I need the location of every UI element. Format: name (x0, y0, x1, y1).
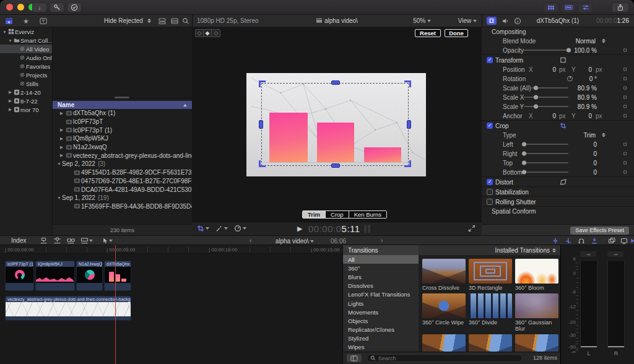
transform-corner-button[interactable] (196, 30, 204, 37)
disclosure-triangle-icon[interactable]: ▼ (56, 196, 62, 200)
done-button[interactable]: Done (445, 29, 468, 37)
clip-row-vecteezy-abstract-grey-plexus-dots-and-line[interactable]: ▶vecteezy_abstract-grey-plexus-dots-and-… (53, 151, 192, 160)
transition-item-360-divide[interactable]: 360° Divide (469, 293, 512, 332)
transitions-category-all[interactable]: All (343, 255, 419, 264)
photos-audio-browser-button[interactable] (620, 237, 628, 245)
overwrite-edit-button[interactable] (80, 237, 93, 245)
sidebar-item-audio-only[interactable]: Audio Only (0, 53, 52, 62)
transform-move-button[interactable] (204, 30, 212, 37)
crop-handle-top-left[interactable] (259, 80, 266, 87)
clip-row-n1a2jxwqq[interactable]: ▶N1a2JxwqQ (53, 143, 192, 152)
inspector-row-opacity[interactable]: Opacity100.0 % (482, 45, 634, 54)
viewer-view-dropdown[interactable]: View (458, 17, 477, 24)
tab-media-sidebar[interactable] (4, 17, 14, 25)
checkbox[interactable]: ✓ (487, 123, 493, 129)
inspector-row-scale-all[interactable]: Scale (All)80.9 % (482, 83, 634, 92)
audio-skimming-toggle[interactable] (565, 237, 572, 245)
column-header-name[interactable]: Name (53, 101, 192, 109)
transitions-category-stylized[interactable]: Stylized (343, 334, 419, 343)
sidebar-item-mor-70[interactable]: ▶mor 70 (0, 105, 52, 114)
filter-dropdown[interactable]: Hide Rejected (104, 17, 143, 24)
transition-item-360-gaussian-blur[interactable]: 360° Gaussian Blur (515, 293, 558, 332)
show-inspector-button[interactable] (578, 2, 593, 12)
transition-item-partial-7[interactable] (469, 334, 512, 352)
tab-titles-generators[interactable] (38, 17, 48, 25)
transitions-browser-button[interactable] (630, 237, 634, 245)
filter-stepper-icon[interactable] (147, 19, 151, 23)
clip-appearance-icon[interactable] (157, 17, 167, 25)
transition-item-360-bloom[interactable]: 360° Bloom (515, 259, 558, 291)
clip-row-lc0pf73pt-1[interactable]: ▶lc0PF73pT (1) (53, 126, 192, 134)
transition-item-partial-8[interactable] (515, 334, 558, 352)
transitions-category-lights[interactable]: Lights (343, 299, 419, 308)
play-button[interactable]: ▶ (297, 225, 302, 233)
transitions-category-360[interactable]: 360° (343, 264, 419, 272)
append-edit-button[interactable] (67, 237, 75, 245)
minimize-window-button[interactable] (17, 4, 24, 11)
clip-row-04757d69-27d6-48e1-b27e-27c0f98f1a4d[interactable]: 04757D69-27D6-48E1-B27E-27C0F98F1A4D (53, 177, 192, 186)
disclosure-triangle-icon[interactable]: ▶ (7, 90, 13, 95)
inspector-row-blend-mode[interactable]: Blend ModeNormal (482, 36, 634, 45)
previous-project-button[interactable]: ‹ (250, 237, 251, 244)
sidebar-item-stills[interactable]: Stills (0, 79, 52, 88)
playhead[interactable] (115, 245, 116, 364)
skimming-toggle[interactable] (552, 237, 559, 245)
checkbox[interactable]: ✓ (487, 179, 493, 185)
next-project-button[interactable]: › (381, 237, 383, 244)
sidebar-toggle-button[interactable] (347, 354, 362, 362)
inspector-row-crop[interactable]: ✓Crop (482, 120, 634, 130)
mode-button-ken-burns[interactable]: Ken Burns (349, 211, 386, 218)
rotation-dial[interactable] (567, 76, 573, 81)
crop-selection-rect[interactable] (261, 83, 409, 166)
disclosure-triangle-icon[interactable]: ▶ (59, 136, 64, 141)
transition-item-partial-6[interactable] (422, 334, 466, 352)
effects-browser-button[interactable] (608, 237, 615, 245)
timeline-clip-vecteezy-abstract-grey-plexus-dots-and-lines-connection-backgro[interactable]: vecteezy_abstract-grey-plexus-dots-and-l… (5, 296, 131, 321)
transitions-search-input[interactable] (367, 354, 523, 362)
viewer-canvas-image[interactable] (246, 73, 426, 176)
enhancements-button[interactable] (215, 225, 228, 232)
inspector-row-stabilization[interactable]: Stabilization (482, 186, 634, 196)
inspector-row-left[interactable]: Left0 (482, 139, 634, 149)
show-browser-button[interactable] (544, 2, 558, 12)
transitions-category-wipes[interactable]: Wipes (343, 343, 419, 352)
disclosure-triangle-icon[interactable]: ▶ (59, 111, 64, 116)
solo-toggle[interactable] (578, 237, 585, 245)
inspector-row-distort[interactable]: ✓Distort (482, 176, 634, 186)
snapping-toggle[interactable] (591, 237, 598, 245)
transform-scale-button[interactable] (212, 30, 220, 37)
keyword-editor-button[interactable] (50, 2, 64, 12)
transitions-category-blurs[interactable]: Blurs (343, 272, 419, 281)
timeline-clip-iqm8pw5kj[interactable]: IQm8pW5KJ (35, 261, 75, 291)
sidebar-item-projects[interactable]: Projects (0, 71, 52, 79)
crop-tool-button[interactable] (197, 225, 209, 232)
fullscreen-button[interactable] (468, 225, 476, 232)
transitions-category-objects[interactable]: Objects (343, 316, 419, 325)
crop-handle-top-right[interactable] (404, 80, 411, 87)
mode-button-crop[interactable]: Crop (326, 211, 349, 218)
share-button[interactable] (612, 2, 629, 12)
timeline-clip-lc0pf73pt-1[interactable]: lc0PF73pT (1) (5, 261, 34, 291)
crop-handle-top[interactable] (331, 80, 340, 85)
clip-row-dca07f6a-4281-49a9-bddd-421c53008ac0[interactable]: DCA07F6A-4281-49A9-BDDD-421C53008AC0 (53, 185, 192, 194)
pane-resize-handle[interactable] (115, 97, 129, 98)
disclosure-triangle-icon[interactable]: ▶ (59, 145, 64, 150)
checkbox[interactable] (487, 189, 493, 195)
inspector-row-top[interactable]: Top0 (482, 158, 634, 167)
show-timeline-button[interactable] (561, 2, 576, 12)
browser-preview-area[interactable] (53, 27, 192, 99)
list-view-icon[interactable] (170, 17, 180, 25)
disclosure-triangle-icon[interactable]: ▶ (59, 128, 64, 132)
sidebar-item-8-7-22[interactable]: ▶8-7-22 (0, 97, 52, 105)
timeline-clip-n1a2jxwqq[interactable]: N1a2JxwqQ (76, 261, 103, 291)
inspector-row-transform[interactable]: ✓Transform (482, 54, 634, 64)
crop-handle-bottom-right[interactable] (404, 160, 411, 167)
index-button[interactable]: Index (11, 237, 26, 244)
inspector-row-right[interactable]: Right0 (482, 149, 634, 158)
installed-transitions-dropdown[interactable]: Installed Transitions (419, 245, 560, 255)
clip-row-lc0pf73pt[interactable]: lc0PF73pT (53, 118, 192, 126)
disclosure-triangle-icon[interactable]: ▼ (56, 162, 62, 166)
transitions-category-dissolves[interactable]: Dissolves (343, 282, 419, 290)
viewer-zoom-dropdown[interactable]: 50% (413, 17, 431, 24)
disclosure-triangle-icon[interactable]: ▼ (7, 38, 13, 43)
